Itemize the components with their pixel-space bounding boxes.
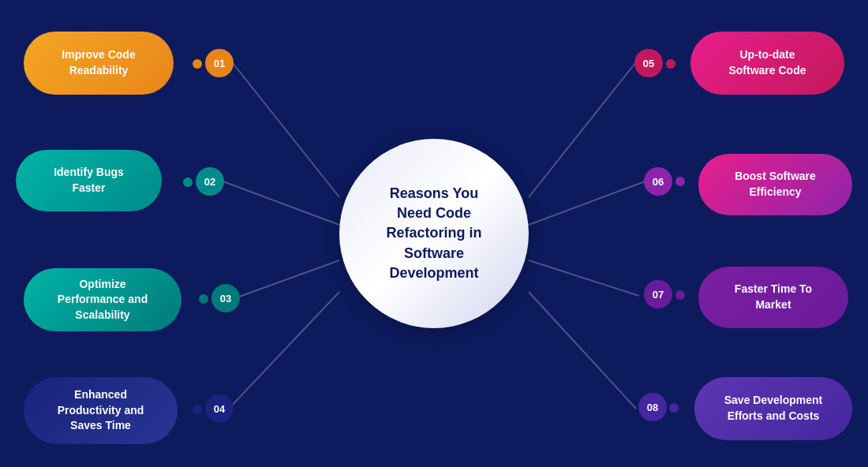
dot-04 — [193, 405, 202, 414]
bubble-02: Identify BugsFaster — [16, 150, 162, 211]
badge-01: 01 — [205, 49, 234, 77]
badge-03: 03 — [211, 284, 240, 312]
svg-line-7 — [529, 292, 636, 409]
svg-line-4 — [529, 63, 635, 197]
center-circle: Reasons You Need Code Refactoring in Sof… — [339, 139, 529, 328]
bubble-05: Up-to-dateSoftware Code — [690, 32, 844, 95]
bubble-04-text: EnhancedProductivity andSaves Time — [58, 387, 144, 434]
bubble-07-text: Faster Time ToMarket — [735, 282, 812, 312]
svg-line-6 — [529, 260, 639, 296]
bubble-03: OptimizePerformance andScalability — [24, 268, 181, 331]
bubble-01: Improve CodeReadability — [24, 32, 174, 95]
center-text: Reasons You Need Code Refactoring in Sof… — [386, 184, 481, 283]
svg-line-3 — [229, 292, 339, 409]
bubble-06: Boost SoftwareEfficiency — [698, 154, 852, 215]
badge-08: 08 — [638, 393, 667, 421]
dot-06 — [675, 177, 685, 186]
bubble-02-text: Identify BugsFaster — [54, 165, 124, 196]
bubble-06-text: Boost SoftwareEfficiency — [735, 169, 816, 200]
dot-08 — [669, 403, 679, 413]
bubble-03-text: OptimizePerformance andScalability — [58, 277, 148, 323]
dot-07 — [675, 290, 685, 300]
badge-06: 06 — [644, 167, 672, 196]
svg-line-2 — [233, 260, 339, 299]
svg-line-1 — [221, 181, 339, 225]
bubble-04: EnhancedProductivity andSaves Time — [24, 377, 178, 444]
svg-line-0 — [233, 63, 339, 197]
bubble-01-text: Improve CodeReadability — [62, 47, 135, 78]
svg-line-5 — [529, 181, 647, 225]
bubble-07: Faster Time ToMarket — [698, 267, 848, 328]
main-container: Reasons You Need Code Refactoring in Sof… — [0, 0, 868, 467]
bubble-08-text: Save DevelopmentEfforts and Costs — [724, 393, 823, 424]
badge-02: 02 — [196, 167, 224, 196]
dot-03 — [199, 294, 208, 304]
dot-05 — [666, 59, 675, 69]
badge-05: 05 — [634, 49, 663, 77]
bubble-08: Save DevelopmentEfforts and Costs — [694, 377, 852, 440]
badge-04: 04 — [205, 394, 234, 423]
dot-01 — [193, 59, 202, 69]
dot-02 — [183, 177, 193, 187]
bubble-05-text: Up-to-dateSoftware Code — [728, 47, 806, 78]
badge-07: 07 — [644, 280, 672, 308]
